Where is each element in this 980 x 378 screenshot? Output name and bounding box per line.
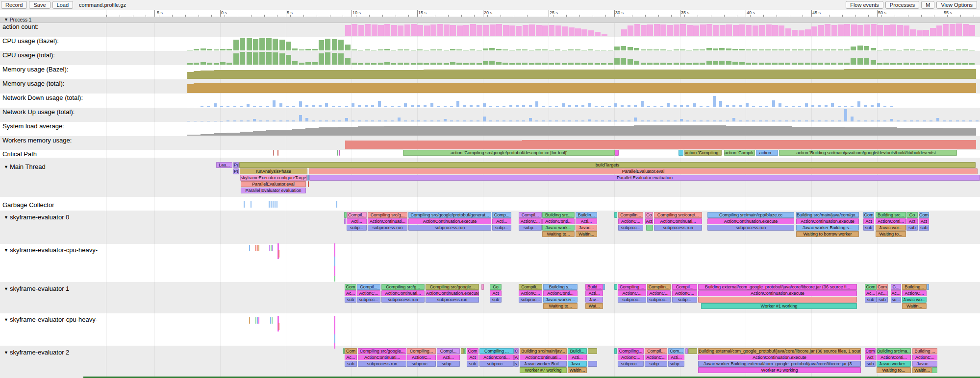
slice[interactable]: ActionConti...: [877, 354, 911, 360]
slice[interactable]: Compiling src/google...: [426, 284, 479, 290]
slice[interactable]: Building src/main/java/com/go...: [796, 212, 859, 218]
slice[interactable]: subprocess.run: [358, 361, 406, 367]
track-label-sky2[interactable]: ▼skyframe-evaluator 2: [4, 349, 69, 356]
event-tick[interactable]: [275, 201, 276, 208]
collapse-arrow-icon[interactable]: ▼: [4, 350, 8, 355]
slice[interactable]: Com...: [668, 348, 684, 354]
slice[interactable]: sub: [865, 297, 877, 303]
slice[interactable]: ActionContinuati...: [368, 218, 407, 224]
slice[interactable]: action 'Compiling...: [684, 150, 722, 156]
slice[interactable]: [927, 284, 929, 290]
slice[interactable]: Building src...: [876, 212, 906, 218]
slice[interactable]: Compil...: [347, 212, 367, 218]
slice[interactable]: A...: [514, 354, 519, 360]
slice[interactable]: Act: [490, 290, 502, 296]
slice[interactable]: Compi...: [437, 348, 460, 354]
slice[interactable]: subproc...: [407, 361, 436, 367]
event-tick[interactable]: [276, 201, 277, 208]
slice[interactable]: subproc...: [519, 297, 542, 303]
slice[interactable]: Compil...: [672, 284, 697, 290]
slice[interactable]: Ac...: [345, 290, 356, 296]
event-tick[interactable]: [334, 257, 335, 266]
slice[interactable]: Jav...: [585, 297, 603, 303]
track-label-sky0[interactable]: ▼skyframe-evaluator 0: [4, 213, 69, 221]
slice[interactable]: Compiling ...: [479, 348, 514, 354]
slice[interactable]: Waiting to...: [876, 231, 906, 237]
slice[interactable]: Javac worker Building s...: [796, 225, 859, 231]
slice[interactable]: subp...: [519, 225, 542, 231]
event-tick[interactable]: [269, 201, 270, 208]
slice[interactable]: subp...: [672, 297, 697, 303]
event-tick[interactable]: [255, 317, 256, 324]
slice[interactable]: ActionContinuati...: [654, 218, 702, 224]
event-tick[interactable]: [258, 317, 259, 324]
slice[interactable]: [614, 284, 617, 290]
event-tick[interactable]: [271, 245, 272, 251]
slice[interactable]: Act: [906, 218, 918, 224]
slice[interactable]: Compiling...: [618, 348, 644, 354]
slice[interactable]: Compiling ...: [618, 284, 646, 290]
slice[interactable]: Co: [906, 212, 918, 218]
slice[interactable]: subproc...: [618, 225, 643, 231]
slice[interactable]: ActionC...: [645, 354, 667, 360]
event-tick[interactable]: [278, 323, 279, 330]
slice[interactable]: ActionC...: [618, 290, 646, 296]
event-tick[interactable]: [249, 245, 250, 251]
event-tick[interactable]: [258, 245, 259, 251]
slice[interactable]: [932, 367, 937, 373]
event-tick[interactable]: [334, 243, 335, 257]
slice[interactable]: Acti...: [576, 218, 597, 224]
slice[interactable]: Building ...: [912, 348, 937, 354]
slice[interactable]: Com: [345, 284, 356, 290]
slice[interactable]: Co: [490, 284, 502, 290]
slice[interactable]: Javac worker Building external/com_googl…: [698, 361, 861, 367]
slice[interactable]: ParallelEvaluator.eval: [241, 181, 306, 187]
event-tick[interactable]: [257, 317, 258, 324]
slice[interactable]: Co...: [514, 348, 519, 354]
slice[interactable]: Javac wor...: [876, 225, 906, 231]
slice[interactable]: C...: [891, 284, 901, 290]
event-tick[interactable]: [271, 201, 272, 208]
slice[interactable]: subproc...: [357, 297, 380, 303]
process-header[interactable]: ▼Process 1: [0, 17, 980, 23]
slice[interactable]: action...: [756, 150, 778, 156]
slice[interactable]: ParallelEvaluator.eval: [309, 168, 978, 174]
slice[interactable]: ActionConti...: [479, 354, 514, 360]
event-tick[interactable]: [244, 201, 245, 208]
slice[interactable]: ActionConti...: [543, 290, 578, 296]
slice[interactable]: action 'Compili...: [724, 150, 755, 156]
slice[interactable]: runAnalysisPhase: [240, 168, 307, 174]
slice[interactable]: [588, 348, 597, 354]
slice[interactable]: Building external/com_google_protobuf/ja…: [698, 348, 861, 354]
slice[interactable]: Waiting to borrow worker: [796, 231, 859, 237]
slice[interactable]: Java...: [568, 361, 587, 367]
slice[interactable]: Acti...: [668, 354, 684, 360]
slice[interactable]: s...: [514, 361, 519, 367]
event-tick[interactable]: [334, 316, 335, 334]
slice[interactable]: subproc...: [647, 297, 671, 303]
event-tick[interactable]: [272, 245, 273, 251]
slice[interactable]: Compiling src/g...: [381, 284, 425, 290]
slice[interactable]: Compiling...: [407, 348, 436, 354]
event-tick[interactable]: [334, 343, 335, 349]
collapse-arrow-icon[interactable]: ▼: [4, 165, 8, 169]
slice[interactable]: Waitin...: [902, 303, 927, 309]
slice[interactable]: Javac...: [576, 225, 597, 231]
slice[interactable]: ActionC...: [647, 290, 671, 296]
slice[interactable]: Worker #7 working: [520, 367, 567, 373]
slice[interactable]: Lau...: [216, 162, 232, 168]
slice[interactable]: [698, 297, 857, 303]
event-tick[interactable]: [269, 245, 270, 251]
event-tick[interactable]: [255, 245, 256, 251]
collapse-arrow-icon[interactable]: ▼: [4, 17, 8, 22]
slice[interactable]: ActionContinuati...: [358, 354, 406, 360]
slice[interactable]: [678, 150, 683, 156]
collapse-arrow-icon[interactable]: ▼: [4, 317, 8, 322]
slice[interactable]: Comp...: [492, 212, 511, 218]
slice[interactable]: Javac work...: [542, 225, 575, 231]
slice[interactable]: subprocess.run: [707, 225, 794, 231]
slice[interactable]: [481, 284, 484, 290]
slice[interactable]: subprocess.run: [408, 225, 491, 231]
slice[interactable]: Com: [345, 348, 357, 354]
slice[interactable]: [308, 181, 309, 187]
